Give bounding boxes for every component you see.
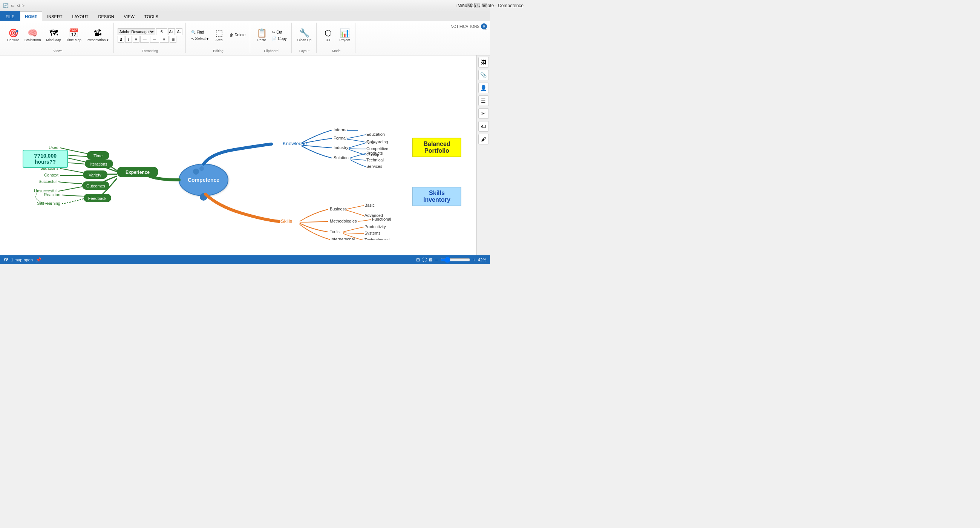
line1-btn[interactable]: — (140, 36, 149, 43)
font-shrink-btn[interactable]: A- (176, 28, 183, 35)
notifications-label: NOTIFICATIONS (451, 24, 479, 29)
italic-btn[interactable]: I (125, 36, 132, 43)
products-line (350, 153, 366, 158)
tab-view[interactable]: VIEW (119, 11, 140, 21)
layout-buttons: 🔧 Clean Up (296, 22, 313, 48)
services-line (350, 160, 366, 167)
basic-label: Basic (364, 203, 375, 207)
zoom-out-btn[interactable]: − (435, 257, 438, 263)
expand-icon[interactable]: ⊠ (429, 257, 433, 263)
panel-brush-btn[interactable]: 🖌 (478, 134, 489, 144)
note-balanced-text: Balanced Portfolio (423, 141, 450, 154)
ribbon-group-editing: 🔍 Find ↖ Select ▾ ⬚ Area 🗑 Delete (186, 22, 250, 53)
succesful-label: Succesful (38, 179, 57, 183)
delete-button[interactable]: 🗑 Delete (228, 32, 247, 38)
editing-buttons: 🔍 Find ↖ Select ▾ ⬚ Area 🗑 Delete (189, 22, 247, 48)
statusbar: 🗺 1 map open 📌 ⊞ ⛶ ⊠ − + 42% (0, 255, 490, 264)
line3-btn[interactable]: ≡ (160, 36, 169, 43)
presentation-icon: 📽 (94, 29, 102, 37)
paste-label: Paste (258, 38, 266, 42)
used-label: Used (49, 145, 59, 150)
more-btn[interactable]: ⊞ (170, 36, 177, 43)
edu-line (347, 135, 366, 139)
formatting-controls: Adobe Devanagari A+ A- B I ≡ — ═ ≡ ⊞ (118, 22, 183, 48)
project-label: Project (339, 38, 350, 42)
forward-btn[interactable]: ▷ (22, 3, 25, 8)
timemap-label: Time Map (66, 38, 81, 42)
capture-label: Capture (7, 38, 19, 42)
select-button[interactable]: ↖ Select ▾ (189, 36, 210, 41)
tools-label: Tools (330, 229, 340, 234)
back-btn[interactable]: ◁ (17, 3, 20, 8)
layout-group-label: Layout (299, 49, 309, 53)
3d-button[interactable]: ⬡ 3D (320, 28, 336, 43)
mindmap-button[interactable]: 🗺 Mind Map (45, 28, 63, 43)
maps-open-icon: 🗺 (4, 258, 8, 262)
brainstorm-button[interactable]: 🧠 Brainstorm (22, 28, 43, 43)
area-button[interactable]: ⬚ Area (212, 28, 226, 43)
note-10000[interactable]: ??10,000 hours?? (22, 150, 68, 168)
tab-home[interactable]: HOME (20, 11, 42, 21)
tab-file[interactable]: FILE (0, 11, 20, 21)
methodologies-label: Methodologies (330, 219, 357, 223)
panel-scissors-btn[interactable]: ✂ (478, 108, 489, 119)
line2-btn[interactable]: ═ (150, 36, 159, 43)
sit-line (60, 169, 83, 173)
variety-label: Variety (89, 173, 102, 177)
paste-button[interactable]: 📋 Paste (254, 28, 269, 43)
mode-group-label: Mode (332, 49, 341, 53)
cut-icon: ✂ (272, 30, 275, 34)
ribbon-content: 🎯 Capture 🧠 Brainstorm 🗺 Mind Map 📅 Time… (0, 21, 490, 55)
panel-tag-btn[interactable]: 🏷 (478, 121, 489, 132)
panel-image-btn[interactable]: 🖼 (478, 57, 489, 67)
notifications-badge[interactable]: 0 (481, 23, 487, 29)
timemap-button[interactable]: 📅 Time Map (64, 28, 83, 43)
presentation-button[interactable]: 📽 Presentation ▾ (85, 28, 110, 43)
select-icon: ↖ (191, 37, 194, 41)
views-buttons: 🎯 Capture 🧠 Brainstorm 🗺 Mind Map 📅 Time… (5, 22, 110, 48)
selflearn-label: Self-learning (37, 201, 60, 206)
mindmap-canvas[interactable]: Competence Experience Time Used Elapsed (0, 56, 476, 255)
ribbon-group-views: 🎯 Capture 🧠 Brainstorm 🗺 Mind Map 📅 Time… (2, 22, 114, 53)
capture-button[interactable]: 🎯 Capture (5, 28, 21, 43)
list-btn[interactable]: ≡ (133, 36, 140, 43)
tab-tools[interactable]: TOOLS (140, 11, 163, 21)
statusbar-left: 🗺 1 map open 📌 (4, 257, 41, 263)
project-button[interactable]: 📊 Project (337, 28, 352, 43)
minimize-btn[interactable]: ▭ (11, 3, 14, 8)
panel-clip-btn[interactable]: 📎 (478, 70, 489, 80)
tab-design[interactable]: DESIGN (94, 11, 119, 21)
font-selector[interactable]: Adobe Devanagari (118, 28, 155, 35)
fullscreen-icon[interactable]: ⛶ (422, 257, 427, 263)
cut-button[interactable]: ✂ Cut (270, 29, 288, 35)
formal-label: Formal (334, 136, 347, 140)
font-row: Adobe Devanagari A+ A- (118, 28, 183, 35)
mindmap-icon: 🗺 (49, 29, 58, 37)
cleanup-button[interactable]: 🔧 Clean Up (296, 28, 313, 43)
panel-people-btn[interactable]: 👤 (478, 83, 489, 93)
zoom-slider[interactable] (440, 257, 470, 263)
font-grow-btn[interactable]: A+ (168, 28, 175, 35)
copy-button[interactable]: 📄 Copy (270, 36, 288, 41)
find-button[interactable]: 🔍 Find (189, 29, 210, 35)
interp-line (300, 224, 330, 239)
note-balanced[interactable]: Balanced Portfolio (412, 138, 461, 157)
panel-list-btn[interactable]: ☰ (478, 96, 489, 106)
zoom-in-btn[interactable]: + (473, 257, 476, 263)
technical-label: Technical (366, 158, 384, 162)
maps-open-label: 1 map open (11, 258, 33, 262)
technological-label: Technological (364, 238, 390, 240)
mindmap-label: Mind Map (46, 38, 61, 42)
bold-btn[interactable]: B (118, 36, 124, 43)
ribbon-group-formatting: Adobe Devanagari A+ A- B I ≡ — ═ ≡ ⊞ (115, 22, 186, 53)
note-skills[interactable]: Skills Inventory (412, 187, 461, 206)
note-10000-text: ??10,000 hours?? (34, 153, 57, 165)
tab-layout[interactable]: LAYOUT (67, 11, 93, 21)
tab-insert[interactable]: INSERT (42, 11, 67, 21)
fit-icon[interactable]: ⊞ (416, 257, 420, 263)
app-icon: 🔄 (3, 3, 9, 8)
solution-label: Solution (334, 155, 348, 160)
interpersonal-label: Interpersonal (331, 237, 355, 240)
font-size-input[interactable] (156, 28, 167, 35)
experience-label: Experience (126, 170, 150, 175)
